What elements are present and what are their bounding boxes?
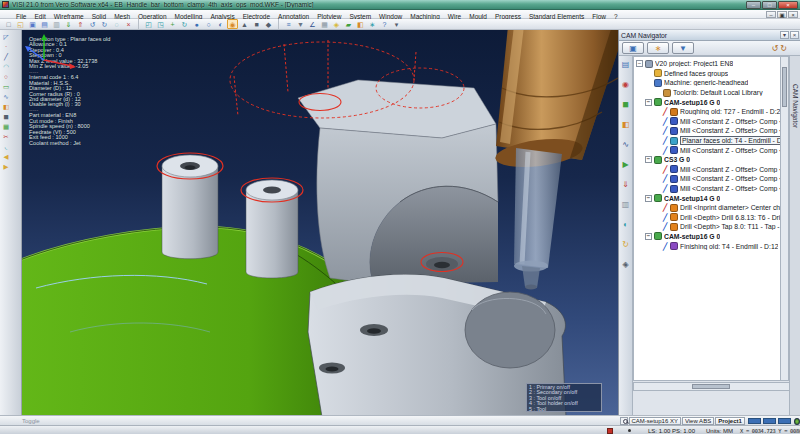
tree-expander-icon[interactable]: − bbox=[645, 195, 652, 202]
analysis-icon[interactable]: ◐ bbox=[620, 220, 631, 231]
post-processor-icon[interactable]: ⇓ bbox=[620, 180, 631, 191]
solid-icon[interactable]: ◼ bbox=[2, 113, 11, 122]
panel-close-icon[interactable]: × bbox=[790, 31, 799, 39]
circle-icon[interactable]: ○ bbox=[2, 73, 11, 82]
simulation-icon[interactable]: ▶ bbox=[620, 160, 631, 171]
arc-icon[interactable]: ◠ bbox=[2, 63, 11, 72]
tree-item[interactable]: ╱Drill <Inprint diameter> Center chamfer… bbox=[636, 203, 789, 213]
cam-navigator-side-tab[interactable]: CAM Navigator bbox=[789, 56, 800, 415]
tree-expander-icon[interactable]: − bbox=[636, 60, 643, 67]
tool-manager-icon[interactable]: ◉ bbox=[620, 80, 631, 91]
fillet-icon[interactable]: ◟ bbox=[2, 143, 11, 152]
select-icon[interactable]: ◸ bbox=[2, 33, 11, 42]
view-iso-icon[interactable]: ◆ bbox=[263, 19, 274, 29]
workplane-icon[interactable]: ▰ bbox=[343, 19, 354, 29]
tree-expander-icon[interactable]: − bbox=[645, 233, 652, 240]
help-icon[interactable]: ? bbox=[379, 19, 390, 29]
zoom-window-icon[interactable]: ◳ bbox=[155, 19, 166, 29]
view-abs-chip[interactable]: View ABS bbox=[682, 417, 714, 425]
redo-icon[interactable]: ↻ bbox=[780, 44, 787, 53]
tree-item[interactable]: ╱Mill <Constant Z - Offset> Comp <Off>: … bbox=[636, 117, 789, 127]
tree-item[interactable]: ╱Mill <Constant Z - Offset> Comp <Off> C… bbox=[636, 184, 789, 194]
pan-icon[interactable]: + bbox=[167, 19, 178, 29]
tree-item[interactable]: ╱Roughing old: T27 - Endmill - D:20 bbox=[636, 107, 789, 117]
new-document-icon[interactable]: □ bbox=[3, 19, 14, 29]
settings-icon[interactable]: ◈ bbox=[620, 260, 631, 271]
rotate-view-icon[interactable]: ↻ bbox=[179, 19, 190, 29]
line-icon[interactable]: ╱ bbox=[2, 53, 11, 62]
workplane-icon[interactable]: ◧ bbox=[620, 120, 631, 131]
print-icon[interactable]: ▥ bbox=[51, 19, 62, 29]
hidden-line-icon[interactable]: ◐ bbox=[215, 19, 226, 29]
trim-icon[interactable]: ✂ bbox=[2, 133, 11, 142]
shaded-view-icon[interactable]: ● bbox=[191, 19, 202, 29]
layers-icon[interactable]: ≡ bbox=[283, 19, 294, 29]
transform-icon[interactable]: ↻ bbox=[620, 240, 631, 251]
point-icon[interactable]: · bbox=[2, 43, 11, 52]
tree-item[interactable]: ╱Drill <Depth> Drill 6.8.13: T6 - Drill … bbox=[636, 213, 789, 223]
mdi-restore-button[interactable]: ▣ bbox=[777, 11, 787, 18]
curve-icon[interactable]: ∿ bbox=[2, 93, 11, 102]
settings-icon[interactable]: ∗ bbox=[367, 19, 378, 29]
delete-icon[interactable]: × bbox=[123, 19, 134, 29]
zoom-fit-icon[interactable]: ◰ bbox=[143, 19, 154, 29]
materials-icon[interactable]: ◧ bbox=[355, 19, 366, 29]
close-button[interactable]: × bbox=[778, 1, 798, 9]
tree-item[interactable]: ╱Mill <Constant Z - Offset> Comp <Off>: … bbox=[636, 165, 789, 175]
tree-item[interactable]: Defined faces groups bbox=[636, 69, 789, 79]
view-top-icon[interactable]: ▲ bbox=[239, 19, 250, 29]
save-icon[interactable]: ▣ bbox=[27, 19, 38, 29]
tree-vertical-scrollbar[interactable] bbox=[780, 56, 789, 381]
mesh-icon[interactable]: ▦ bbox=[2, 123, 11, 132]
tree-item[interactable]: ╱Mill <Constant Z - Offset> Comp <Off> C… bbox=[636, 126, 789, 136]
surface-icon[interactable]: ◧ bbox=[2, 103, 11, 112]
minimize-button[interactable]: – bbox=[746, 1, 761, 9]
magnifier-icon[interactable] bbox=[620, 417, 628, 425]
cam-navigator-header[interactable]: CAM Navigator ▾ × bbox=[619, 30, 800, 41]
prev-arrow-icon[interactable]: ◀ bbox=[2, 153, 11, 162]
tree-horizontal-scrollbar[interactable] bbox=[633, 382, 790, 391]
refresh-icon[interactable]: ◌ bbox=[111, 19, 122, 29]
redo-icon[interactable]: ↻ bbox=[99, 19, 110, 29]
stock-icon[interactable]: ◼ bbox=[620, 100, 631, 111]
tree-expander-icon[interactable]: − bbox=[645, 156, 652, 163]
active-setup-chip[interactable]: CAM-setup16 XY bbox=[629, 417, 681, 425]
snap-icon[interactable]: ◈ bbox=[331, 19, 342, 29]
tree-item[interactable]: ╱Mill <Constant Z - Offset> Comp <Off>: … bbox=[636, 145, 789, 155]
tree-item[interactable]: ╱Mill <Constant Z - Offset> Comp <Off> C… bbox=[636, 174, 789, 184]
report-icon[interactable]: ▥ bbox=[620, 200, 631, 211]
more-tools-icon[interactable]: ▾ bbox=[391, 19, 402, 29]
operations-view-button[interactable]: ▣ bbox=[622, 42, 644, 54]
selection-filter-icon[interactable]: ▼ bbox=[295, 19, 306, 29]
maximize-button[interactable]: □ bbox=[762, 1, 777, 9]
viewport-3d[interactable]: Operation type : Planar faces oldAllowan… bbox=[22, 30, 618, 415]
save-all-icon[interactable]: ▤ bbox=[39, 19, 50, 29]
tree-item[interactable]: ╱Planar faces old: T4 - Endmill - D:12 bbox=[636, 136, 789, 146]
tooling-view-button[interactable]: ∗ bbox=[647, 42, 669, 54]
tree-item[interactable]: Machine: generic-headhead bbox=[636, 78, 789, 88]
rectangle-icon[interactable]: ▭ bbox=[2, 83, 11, 92]
wireframe-view-icon[interactable]: ○ bbox=[203, 19, 214, 29]
dynamic-view-icon[interactable]: ◉ bbox=[227, 19, 238, 29]
filter-view-button[interactable]: ▼ bbox=[672, 42, 694, 54]
mdi-minimize-button[interactable]: – bbox=[766, 11, 776, 18]
mdi-close-button[interactable]: × bbox=[788, 11, 798, 18]
tree-item[interactable]: −CAM-setup16 G 0 bbox=[636, 232, 789, 242]
next-arrow-icon[interactable]: ▶ bbox=[2, 163, 11, 172]
export-icon[interactable]: ⇑ bbox=[75, 19, 86, 29]
cam-project-icon[interactable]: ▤ bbox=[620, 60, 631, 71]
tree-item[interactable]: −CS3 G 0 bbox=[636, 155, 789, 165]
panel-pin-icon[interactable]: ▾ bbox=[780, 31, 789, 39]
tree-item[interactable]: −CAM-setup14 G 0 bbox=[636, 193, 789, 203]
undo-icon[interactable]: ↺ bbox=[87, 19, 98, 29]
view-front-icon[interactable]: ■ bbox=[251, 19, 262, 29]
open-icon[interactable]: ◱ bbox=[15, 19, 26, 29]
project-chip[interactable]: Project1 bbox=[715, 417, 745, 425]
toolpath-icon[interactable]: ∿ bbox=[620, 140, 631, 151]
tree-item[interactable]: ╱Drill <Depth> Tap 8.0: T11 - Tap - D:8 bbox=[636, 222, 789, 232]
import-icon[interactable]: ⇓ bbox=[63, 19, 74, 29]
tree-expander-icon[interactable]: − bbox=[645, 99, 652, 106]
tree-item[interactable]: ╱Finishing old: T4 - Endmill - D:12 bbox=[636, 241, 789, 251]
tree-item[interactable]: −V20 project: Project1 EN8 bbox=[636, 59, 789, 69]
measure-icon[interactable]: ∠ bbox=[307, 19, 318, 29]
